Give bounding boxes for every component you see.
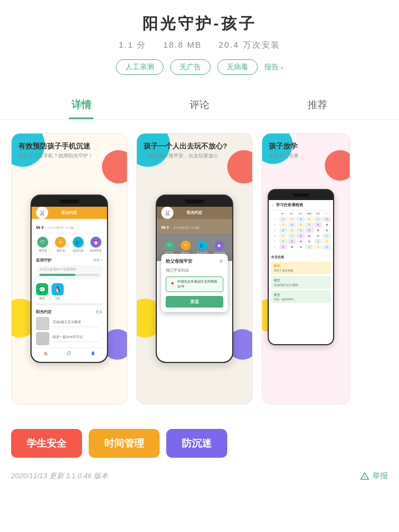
qq-icon: 🐧	[52, 283, 64, 295]
location-icon: 📍	[170, 282, 175, 287]
schedule-cell: 语	[279, 244, 288, 249]
caption-title-2: 孩子一个人出去玩不放心?	[144, 141, 245, 151]
schedule-cell: 英	[279, 228, 288, 233]
tab-review[interactable]: 评论	[178, 93, 221, 119]
bottom-nav-home: 🏠	[44, 351, 48, 355]
schedule-cell: 语	[323, 239, 331, 244]
caption-sub-3: 布置学习任务	[269, 153, 343, 159]
nav-item-friends: 👥 友起约定	[73, 237, 84, 252]
dialog-location-row: 📍 中国北京市海淀区北环西路25号	[166, 277, 223, 292]
dialog-location: 中国北京市海淀区北环西路25号	[177, 279, 219, 289]
nav-item-homework: ✏ 做作业	[55, 237, 66, 252]
chevron-right-icon: ›	[281, 63, 283, 71]
schedule-corner	[271, 212, 279, 215]
post-bar-2	[53, 341, 98, 342]
tab-recommend[interactable]: 推荐	[296, 93, 339, 119]
phone-inner-3: ‹ 学习任务课程表 周一 周二 周三 周四 周五 周六	[269, 200, 333, 344]
nav-label-safety: 报平安	[39, 249, 47, 252]
schedule-row: 2语英数语语体	[271, 222, 331, 227]
app-guard-link: 添加 >	[93, 258, 103, 263]
schedule-row: 4数语语体自语	[271, 233, 331, 238]
nav-icons: 🛡 报平安 ✏ 做作业 👥 友起约定 ⏰ 时	[32, 233, 107, 255]
screenshot-gallery: 有效预防孩子手机沉迷 怕孩子沉迷手机？就用阳光守护！ 🐰 阳光约定 MI 9 1…	[0, 120, 399, 418]
svg-text:!: !	[364, 475, 365, 479]
schedule-cell: 数	[279, 233, 288, 238]
schedule-cell: 自	[323, 228, 331, 233]
phone3-title: 学习任务课程表	[276, 202, 303, 208]
schedule-cell: 语	[305, 222, 314, 227]
post-text-1: 完成2篇文言文翻译	[53, 320, 98, 325]
schedule-cell: 体	[305, 233, 314, 238]
user-info-bar: MI 9 10 分钟/天 | 5.0版	[32, 219, 107, 233]
size: 18.8 MB	[163, 40, 202, 49]
schedule-row: 1语语英数语语	[271, 217, 331, 222]
sch-wed: 周三	[296, 212, 305, 215]
report-button[interactable]: ! 举报	[360, 471, 388, 481]
safety-button[interactable]: 学生安全	[11, 429, 82, 458]
schedule-row: 5语语体自语语	[271, 239, 331, 244]
sch-tue: 周二	[288, 212, 296, 215]
report-link[interactable]: 报告 ›	[264, 59, 283, 75]
phone3-nav-back: ‹ 学习任务课程表	[269, 200, 333, 211]
today-tasks: 今日任务 数学 写完十道应用题 语文 完成2篇文言文 翻译 语文 写完一篇200…	[269, 253, 333, 305]
time-button[interactable]: 时间管理	[89, 429, 160, 458]
app-guard-label: 应用守护	[36, 258, 52, 263]
caption-1: 有效预防孩子手机沉迷 怕孩子沉迷手机？就用阳光守护！	[12, 134, 127, 165]
phone-inner-1: 🐰 阳光约定 MI 9 10 分钟/天 | 5.0版 🛡 报平安 ✏	[32, 207, 107, 362]
tab-detail[interactable]: 详情	[60, 93, 103, 119]
tag-no-ads: 无广告	[170, 59, 211, 75]
schedule-row: 3英数语语体自	[271, 228, 331, 233]
p2-nav-icon-safety: 🛡	[165, 241, 175, 250]
post-thumb-1	[36, 317, 49, 330]
caption-sub-2: 一键给家长报平安，出去玩更放心	[144, 153, 245, 159]
schedule-cell: 语	[296, 228, 305, 233]
phone-notch	[59, 200, 79, 203]
schedule-cell: 数	[305, 217, 314, 222]
phone-top-bar-2	[157, 196, 232, 207]
schedule-cell: 语	[279, 217, 288, 222]
task-chinese1-desc: 完成2篇文言文 翻译	[274, 283, 328, 287]
update-info-bar: 2020/11/13 更新 3.1.0.46 版本 ! 举报	[0, 462, 399, 490]
schedule-cell: 语	[314, 244, 323, 249]
post-bar-1	[53, 326, 98, 328]
today-label: 今日任务	[271, 255, 331, 260]
user-meta: 10 分钟/天 | 5.0版	[48, 226, 74, 229]
schedule-cell: 体	[288, 244, 296, 249]
usage-bar-fill	[39, 274, 75, 276]
phone-mockup-3: ‹ 学习任务课程表 周一 周二 周三 周四 周五 周六	[268, 189, 334, 345]
schedule-cell: 英	[288, 222, 296, 227]
task-chinese1-subject: 语文	[274, 278, 328, 283]
phone2-header: 🐰 阳光约定	[157, 207, 232, 219]
post-content-1: 完成2篇文言文翻译	[53, 320, 98, 328]
schedule-cell: 语	[279, 239, 288, 244]
schedule-rows: 1语语英数语语2语英数语语体3英数语语体自4数语语体自语5语语体自语语6语体自语…	[271, 217, 331, 249]
phone2-title: 阳光约定	[187, 210, 202, 216]
no-addiction-button[interactable]: 防沉迷	[166, 429, 227, 458]
sch-mon: 周一	[279, 212, 288, 215]
caption-sub-1: 怕孩子沉迷手机？就用阳光守护！	[18, 153, 120, 159]
app-icons-row: 💬 微信 🐧 QQ	[32, 282, 107, 301]
sch-thu: 周四	[305, 212, 314, 215]
dialog-report-safe: 给父母报平安 ✕ 我已平安到达 📍 中国北京市海淀区北环西路25号 发送	[161, 254, 228, 312]
p2-nav-icon-time: ⏰	[214, 241, 224, 250]
user-info-bar-2: MI 9 10 分钟/天 | 5.0版	[157, 219, 232, 233]
post-item-1: 完成2篇文言文翻译 ›	[36, 317, 103, 330]
task-chinese2-desc: 写完一篇2000字...	[274, 298, 328, 301]
dialog-content: 我已平安到达	[166, 268, 223, 273]
schedule-cell: 语	[305, 244, 314, 249]
app-header: 阳光守护-孩子 1.1 分 18.8 MB 20.4 万次安装 人工亲测 无广告…	[0, 0, 399, 93]
schedule-cell: 自	[314, 233, 323, 238]
installs: 20.4 万次安装	[218, 40, 280, 49]
app-wechat: 💬 微信	[36, 283, 48, 300]
avatar-1: 🐰	[36, 207, 48, 219]
task-chinese2: 语文 写完一篇2000字...	[271, 290, 331, 303]
dialog-send-button[interactable]: 发送	[166, 296, 223, 308]
caption-title-3: 孩子放学	[269, 141, 343, 151]
username: MI 9	[36, 226, 44, 229]
screenshot-card-3: 孩子放学 布置学习任务 ‹ 学习任务课程表 周	[262, 133, 350, 405]
schedule-cell: 语	[314, 222, 323, 227]
bottom-more: 更多	[96, 310, 103, 315]
schedule-cell: 语	[288, 239, 296, 244]
wechat-label: 微信	[39, 296, 45, 300]
wechat-icon: 💬	[36, 283, 48, 295]
